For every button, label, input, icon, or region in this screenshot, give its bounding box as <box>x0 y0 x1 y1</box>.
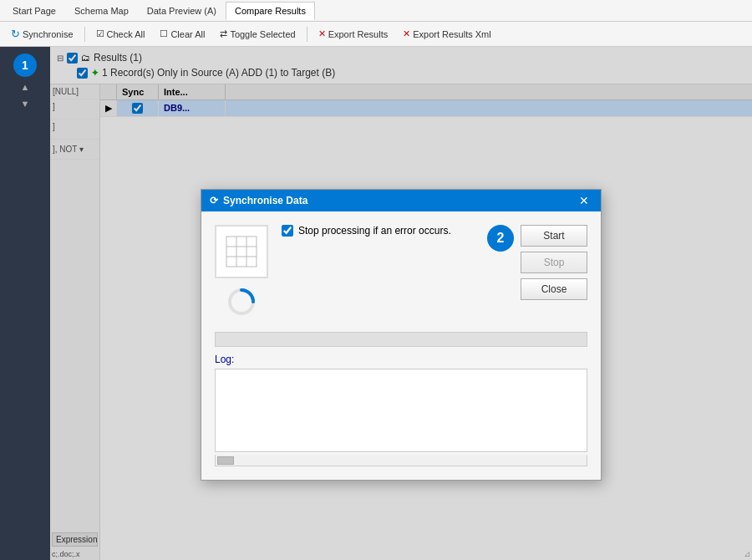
dialog-close-button[interactable]: ✕ <box>576 195 592 206</box>
toggle-icon: ⇄ <box>220 28 227 39</box>
synchronise-dialog: ⟳ Synchronise Data ✕ <box>201 189 602 481</box>
sidebar-scroll-up[interactable]: ▲ <box>19 80 32 94</box>
clearall-icon: ☐ <box>160 28 168 39</box>
separator-2 <box>307 27 307 42</box>
sidebar-step-badge: 1 <box>13 53 37 77</box>
dialog-title-left: ⟳ Synchronise Data <box>210 195 307 206</box>
log-hscroll[interactable] <box>215 455 587 466</box>
log-textarea[interactable] <box>215 369 587 452</box>
stop-processing-label: Stop processing if an error occurs. <box>298 225 451 237</box>
export-results-label: Export Results <box>328 29 389 39</box>
synchronise-button[interactable]: ↻ Synchronise <box>5 25 79 43</box>
tab-compare-results[interactable]: Compare Results <box>226 2 315 20</box>
check-all-label: Check All <box>107 29 145 39</box>
close-button[interactable]: Close <box>521 278 587 300</box>
grid-icon <box>225 235 258 268</box>
dialog-right-area: Stop processing if an error occurs. <box>282 225 474 237</box>
left-sidebar: 1 ▲ ▼ <box>0 47 50 560</box>
spinner-svg <box>226 287 257 317</box>
content-area: ⊟ 🗂 Results (1) ✦ 1 Record(s) Only in So… <box>50 47 752 560</box>
export-icon: ✕ <box>318 28 326 39</box>
hscroll-thumb[interactable] <box>217 456 234 465</box>
dialog-body: Stop processing if an error occurs. 2 St… <box>201 211 601 480</box>
tab-data-preview[interactable]: Data Preview (A) <box>138 2 226 20</box>
modal-overlay: ⟳ Synchronise Data ✕ <box>50 47 752 560</box>
tab-start-page[interactable]: Start Page <box>3 2 65 20</box>
dialog-icon-box <box>215 225 268 278</box>
sidebar-scroll-down[interactable]: ▼ <box>19 97 32 110</box>
svg-rect-0 <box>226 237 257 267</box>
log-scroll-area <box>215 369 587 466</box>
progress-bar-container <box>215 332 587 347</box>
dialog-step-badge: 2 <box>487 225 514 252</box>
synchronise-label: Synchronise <box>23 29 74 39</box>
clear-all-label: Clear All <box>170 29 205 39</box>
tab-schema-map[interactable]: Schema Map <box>65 2 138 20</box>
hscroll-track <box>234 456 585 465</box>
stop-processing-row: Stop processing if an error occurs. <box>282 225 474 237</box>
clear-all-button[interactable]: ☐ Clear All <box>154 26 211 42</box>
export-results-xml-label: Export Results Xml <box>413 29 491 39</box>
check-all-button[interactable]: ☑ Check All <box>90 26 151 42</box>
separator-1 <box>84 27 85 42</box>
dialog-titlebar: ⟳ Synchronise Data ✕ <box>201 190 601 211</box>
stop-button[interactable]: Stop <box>521 252 587 273</box>
checkall-icon: ☑ <box>96 28 104 39</box>
dialog-title-icon: ⟳ <box>210 195 218 206</box>
start-button[interactable]: Start <box>521 225 587 247</box>
step-and-buttons: 2 Start Stop Close <box>487 225 587 300</box>
dialog-top-row: Stop processing if an error occurs. 2 St… <box>215 225 587 318</box>
tab-bar: Start Page Schema Map Data Preview (A) C… <box>0 0 752 22</box>
dialog-icons-area <box>215 225 268 318</box>
stop-processing-checkbox[interactable] <box>282 225 293 237</box>
toolbar: ↻ Synchronise ☑ Check All ☐ Clear All ⇄ … <box>0 22 752 47</box>
dialog-action-buttons: Start Stop Close <box>521 225 587 300</box>
loading-spinner <box>225 285 258 318</box>
main-area: 1 ▲ ▼ ⊟ 🗂 Results (1) ✦ 1 Record(s) Only… <box>0 47 752 560</box>
export-xml-icon: ✕ <box>403 28 410 39</box>
log-label: Log: <box>215 354 587 365</box>
sync-icon: ↻ <box>11 28 20 40</box>
resize-handle[interactable]: ⊿ <box>744 549 750 558</box>
export-results-button[interactable]: ✕ Export Results <box>312 26 394 42</box>
export-results-xml-button[interactable]: ✕ Export Results Xml <box>397 26 497 42</box>
toggle-selected-button[interactable]: ⇄ Toggle Selected <box>214 26 301 42</box>
toggle-selected-label: Toggle Selected <box>230 29 295 39</box>
dialog-title-text: Synchronise Data <box>223 195 307 206</box>
